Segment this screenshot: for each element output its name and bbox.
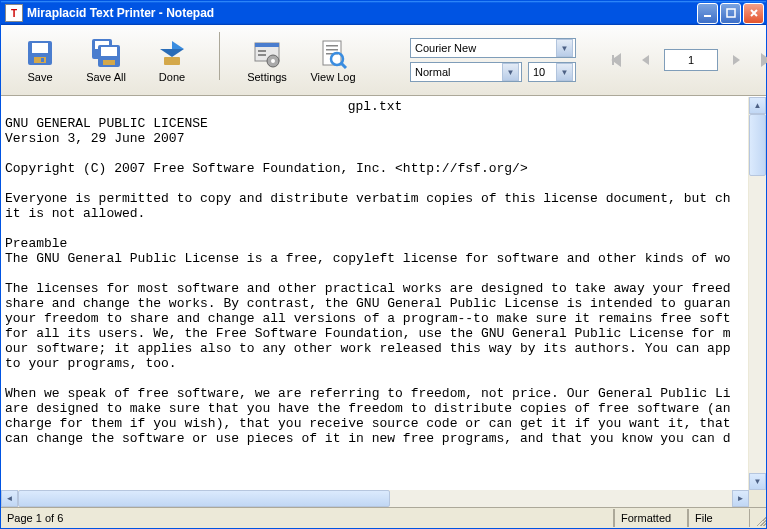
resize-grip[interactable]: [750, 510, 766, 526]
save-all-button[interactable]: Save All: [79, 32, 133, 88]
svg-rect-4: [34, 57, 46, 63]
svg-rect-11: [164, 57, 180, 65]
scroll-down-button[interactable]: ▼: [749, 473, 766, 490]
svg-rect-14: [258, 50, 266, 52]
window-title: Miraplacid Text Printer - Notepad: [27, 6, 697, 20]
app-icon: T: [5, 4, 23, 22]
done-label: Done: [159, 71, 185, 83]
scroll-thumb-horizontal[interactable]: [18, 490, 390, 507]
save-icon: [24, 37, 56, 69]
vertical-scrollbar[interactable]: ▲ ▼: [748, 97, 766, 490]
toolbar-divider: [219, 32, 220, 80]
scroll-thumb-vertical[interactable]: [749, 114, 766, 176]
view-log-button[interactable]: View Log: [306, 32, 360, 88]
close-button[interactable]: [743, 3, 764, 24]
toolbar: Save Save All Done Settings: [1, 25, 766, 96]
chevron-down-icon: ▼: [556, 63, 573, 81]
svg-rect-3: [32, 43, 48, 53]
svg-rect-5: [41, 58, 44, 62]
maximize-button[interactable]: [720, 3, 741, 24]
horizontal-scrollbar[interactable]: ◄ ►: [1, 490, 766, 507]
page-number-input[interactable]: [664, 49, 718, 71]
app-window: T Miraplacid Text Printer - Notepad Save: [0, 0, 767, 529]
svg-rect-1: [727, 9, 735, 17]
save-label: Save: [27, 71, 52, 83]
svg-rect-19: [326, 45, 338, 47]
svg-line-23: [341, 63, 346, 68]
save-all-icon: [90, 37, 122, 69]
svg-rect-13: [255, 43, 279, 47]
document-filename: gpl.txt: [1, 97, 749, 116]
status-page: Page 1 of 6: [1, 509, 614, 527]
status-formatted: Formatted: [614, 509, 688, 527]
scroll-left-button[interactable]: ◄: [1, 490, 18, 507]
last-page-button[interactable]: [754, 48, 767, 72]
done-button[interactable]: Done: [145, 32, 199, 88]
scroll-right-button[interactable]: ►: [732, 490, 749, 507]
document-text[interactable]: GNU GENERAL PUBLIC LICENSE Version 3, 29…: [1, 116, 749, 446]
settings-button[interactable]: Settings: [240, 32, 294, 88]
status-file: File: [688, 509, 750, 527]
toolbar-buttons: Save Save All Done Settings: [13, 32, 360, 88]
chevron-down-icon: ▼: [556, 39, 573, 57]
font-style-combo[interactable]: Normal ▼: [410, 62, 522, 82]
font-family-combo[interactable]: Courier New ▼: [410, 38, 576, 58]
prev-page-button[interactable]: [634, 48, 658, 72]
settings-label: Settings: [247, 71, 287, 83]
svg-rect-9: [101, 47, 117, 56]
view-log-icon: [317, 37, 349, 69]
font-size-value: 10: [533, 66, 556, 78]
scroll-corner: [749, 490, 766, 507]
svg-rect-0: [704, 15, 711, 17]
window-controls: [697, 3, 764, 24]
scroll-up-button[interactable]: ▲: [749, 97, 766, 114]
first-page-button[interactable]: [604, 48, 628, 72]
done-icon: [156, 37, 188, 69]
next-page-button[interactable]: [724, 48, 748, 72]
settings-icon: [251, 37, 283, 69]
font-panel: Courier New ▼ Normal ▼ 10 ▼: [410, 38, 576, 82]
document-area: gpl.txt GNU GENERAL PUBLIC LICENSE Versi…: [1, 96, 766, 490]
font-size-combo[interactable]: 10 ▼: [528, 62, 576, 82]
page-nav: [604, 48, 767, 72]
font-family-value: Courier New: [415, 42, 556, 54]
svg-rect-15: [258, 54, 266, 56]
chevron-down-icon: ▼: [502, 63, 519, 81]
view-log-label: View Log: [310, 71, 355, 83]
save-all-label: Save All: [86, 71, 126, 83]
minimize-button[interactable]: [697, 3, 718, 24]
scroll-track-horizontal[interactable]: [18, 490, 732, 507]
svg-point-17: [271, 59, 275, 63]
svg-rect-10: [103, 60, 115, 65]
status-bar: Page 1 of 6 Formatted File: [1, 507, 766, 528]
titlebar: T Miraplacid Text Printer - Notepad: [1, 1, 766, 25]
svg-rect-20: [326, 49, 338, 51]
font-style-value: Normal: [415, 66, 502, 78]
save-button[interactable]: Save: [13, 32, 67, 88]
